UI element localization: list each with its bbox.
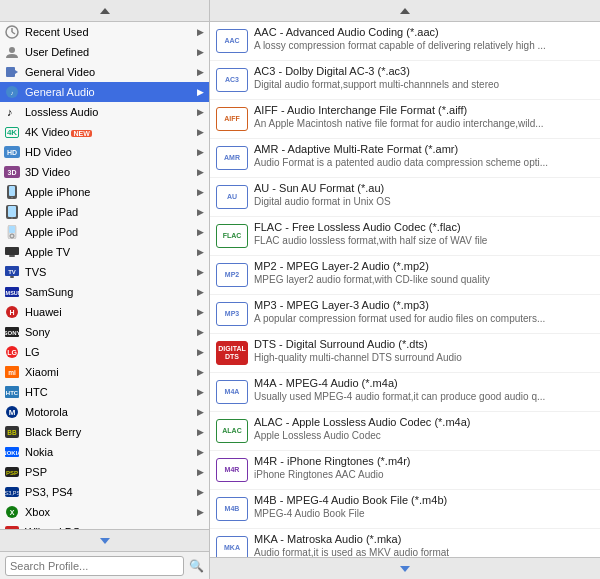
sidebar-item-nokia[interactable]: NOKIANokia▶ [0,442,209,462]
sidebar-item-psp[interactable]: PSPPSP▶ [0,462,209,482]
right-list-item-amr[interactable]: AMRAMR - Adaptive Multi-Rate Format (*.a… [210,139,600,178]
right-list-item-m4r[interactable]: M4RM4R - iPhone Ringtones (*.m4r)iPhone … [210,451,600,490]
sidebar-item-general-video[interactable]: General Video▶ [0,62,209,82]
expand-arrow-icon: ▶ [197,67,205,77]
format-title: AU - Sun AU Format (*.au) [254,181,592,195]
expand-arrow-icon: ▶ [197,407,205,417]
sidebar-item-wii-ds[interactable]: NWii and DS▶ [0,522,209,529]
iphone-icon [4,184,20,200]
sidebar-item-lossless-audio[interactable]: ♪Lossless Audio▶ [0,102,209,122]
format-title: AMR - Adaptive Multi-Rate Format (*.amr) [254,142,592,156]
tvs-icon: TV [4,264,20,280]
sidebar-item-user-defined[interactable]: User Defined▶ [0,42,209,62]
sidebar-item-label: Recent Used [25,26,197,38]
expand-arrow-icon: ▶ [197,187,205,197]
sidebar-item-label: 3D Video [25,166,197,178]
svg-text:HD: HD [7,149,17,156]
format-title: FLAC - Free Lossless Audio Codec (*.flac… [254,220,592,234]
right-list-item-m4a[interactable]: M4AM4A - MPEG-4 Audio (*.m4a)Usually use… [210,373,600,412]
sidebar-item-recent-used[interactable]: Recent Used▶ [0,22,209,42]
sidebar-item-apple-iphone[interactable]: Apple iPhone▶ [0,182,209,202]
right-list-item-alac[interactable]: ALACALAC - Apple Lossless Audio Codec (*… [210,412,600,451]
svg-text:SAMSUNG: SAMSUNG [5,290,19,296]
right-list-item-au[interactable]: AUAU - Sun AU Format (*.au)Digital audio… [210,178,600,217]
sidebar-item-htc[interactable]: HTCHTC▶ [0,382,209,402]
right-list-item-flac[interactable]: FLACFLAC - Free Lossless Audio Codec (*.… [210,217,600,256]
sidebar-item-huawei[interactable]: HHuawei▶ [0,302,209,322]
format-title: MKA - Matroska Audio (*.mka) [254,532,592,546]
right-scroll-up[interactable] [210,0,600,22]
music-icon: ♪ [4,104,20,120]
format-title: MP2 - MPEG Layer-2 Audio (*.mp2) [254,259,592,273]
expand-arrow-icon: ▶ [197,307,205,317]
sidebar-item-motorola[interactable]: MMotorola▶ [0,402,209,422]
right-list-item-m4b[interactable]: M4BM4B - MPEG-4 Audio Book File (*.m4b)M… [210,490,600,529]
right-list-item-ac3[interactable]: AC3AC3 - Dolby Digital AC-3 (*.ac3)Digit… [210,61,600,100]
sidebar-item-sony[interactable]: SONYSony▶ [0,322,209,342]
right-list-item-aiff[interactable]: AIFFAIFF - Audio Interchange File Format… [210,100,600,139]
alac-format-icon: ALAC [216,415,248,447]
sidebar-item-xiaomi[interactable]: miXiaomi▶ [0,362,209,382]
appletv-icon [4,244,20,260]
m4a-format-icon: M4A [216,376,248,408]
right-list-item-mp3[interactable]: MP3MP3 - MPEG Layer-3 Audio (*.mp3)A pop… [210,295,600,334]
search-bar: 🔍 [0,551,209,579]
format-title: ALAC - Apple Lossless Audio Codec (*.m4a… [254,415,592,429]
sidebar-item-tvs[interactable]: TVTVS▶ [0,262,209,282]
sidebar-item-general-audio[interactable]: ♪General Audio▶ [0,82,209,102]
format-desc: High-quality multi-channel DTS surround … [254,351,592,364]
sidebar-item-label: LG [25,346,197,358]
expand-arrow-icon: ▶ [197,427,205,437]
ps3-icon: PS3,PS4 [4,484,20,500]
nokia-icon: NOKIA [4,444,20,460]
left-scroll-down[interactable] [0,529,209,551]
au-format-icon: AU [216,181,248,213]
left-scroll-up[interactable] [0,0,209,22]
format-desc: Audio format,it is used as MKV audio for… [254,546,592,557]
sidebar-item-samsung[interactable]: SAMSUNGSamSung▶ [0,282,209,302]
sidebar-item-apple-tv[interactable]: Apple TV▶ [0,242,209,262]
xiaomi-icon: mi [4,364,20,380]
sidebar-item-ps3-ps4[interactable]: PS3,PS4PS3, PS4▶ [0,482,209,502]
expand-arrow-icon: ▶ [197,487,205,497]
sidebar-item-blackberry[interactable]: BBBlack Berry▶ [0,422,209,442]
sidebar-item-label: SamSung [25,286,197,298]
m4r-format-icon: M4R [216,454,248,486]
search-input[interactable] [5,556,184,576]
sidebar-item-xbox[interactable]: XXbox▶ [0,502,209,522]
right-list-item-aac[interactable]: AACAAC - Advanced Audio Coding (*.aac)A … [210,22,600,61]
expand-arrow-icon: ▶ [197,287,205,297]
svg-text:PSP: PSP [6,470,18,476]
right-list-item-mp2[interactable]: MP2MP2 - MPEG Layer-2 Audio (*.mp2)MPEG … [210,256,600,295]
format-title: AC3 - Dolby Digital AC-3 (*.ac3) [254,64,592,78]
4k-icon: 4K [4,124,20,140]
search-icon[interactable]: 🔍 [188,558,204,574]
sidebar-item-label: Xiaomi [25,366,197,378]
sidebar-item-4k-video[interactable]: 4K4K VideoNEW▶ [0,122,209,142]
format-desc: MPEG-4 Audio Book File [254,507,592,520]
sidebar-item-label: Lossless Audio [25,106,197,118]
format-desc: A popular compression format used for au… [254,312,592,325]
format-title: M4R - iPhone Ringtones (*.m4r) [254,454,592,468]
expand-arrow-icon: ▶ [197,87,205,97]
sidebar-item-3d-video[interactable]: 3D3D Video▶ [0,162,209,182]
sidebar-item-apple-ipad[interactable]: Apple iPad▶ [0,202,209,222]
format-title: MP3 - MPEG Layer-3 Audio (*.mp3) [254,298,592,312]
sidebar-item-apple-ipod[interactable]: Apple iPod▶ [0,222,209,242]
svg-line-3 [12,32,15,34]
sidebar-item-label: PS3, PS4 [25,486,197,498]
sidebar-item-lg[interactable]: LGLG▶ [0,342,209,362]
svg-point-4 [9,47,15,53]
right-scroll-down[interactable] [210,557,600,579]
hd-icon: HD [4,144,20,160]
right-list-item-mka[interactable]: MKAMKA - Matroska Audio (*.mka)Audio for… [210,529,600,557]
right-panel: AACAAC - Advanced Audio Coding (*.aac)A … [210,0,600,579]
user-icon [4,44,20,60]
svg-rect-21 [9,226,15,233]
right-list-item-dts[interactable]: DIGITAL DTSDTS - Digital Surround Audio … [210,334,600,373]
svg-rect-24 [9,255,15,257]
sidebar-item-hd-video[interactable]: HDHD Video▶ [0,142,209,162]
svg-marker-60 [100,538,110,544]
sidebar-item-label: Apple iPhone [25,186,197,198]
svg-text:SONY: SONY [5,330,19,336]
